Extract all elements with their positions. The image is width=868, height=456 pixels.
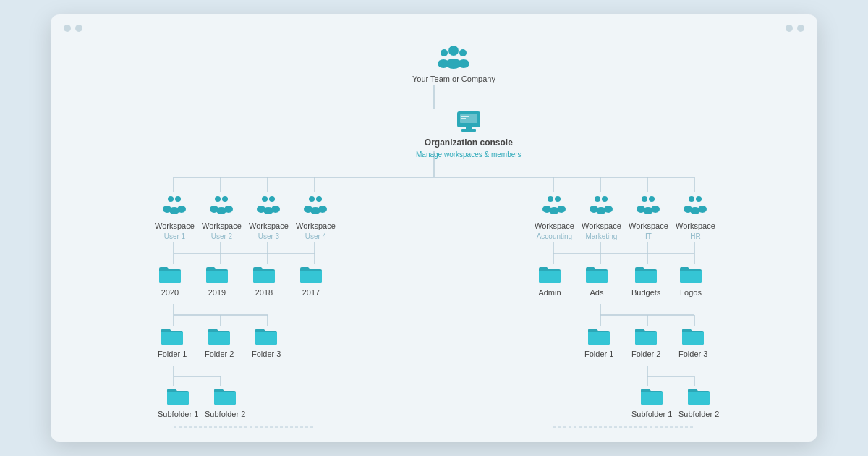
svg-point-87	[602, 196, 608, 202]
diagram: Your Team or Company Organization consol…	[51, 14, 817, 442]
folder-budgets-label: Budgets	[631, 287, 660, 297]
folder-icon-logos	[678, 264, 703, 284]
dot-1	[64, 25, 71, 32]
svg-point-70	[224, 206, 233, 213]
workspace-icon-2	[208, 192, 234, 218]
workspace-node-7[interactable]: WorkspaceIT	[629, 192, 668, 242]
dot-3	[786, 25, 793, 32]
folder-icon-2019	[205, 264, 229, 284]
subfolder-icon-left-2	[213, 386, 237, 406]
folder-2020[interactable]: 2020	[158, 264, 182, 297]
folder-left-3[interactable]: Folder 3	[252, 326, 281, 359]
folder-icon-left-1	[160, 326, 184, 346]
svg-point-71	[262, 196, 268, 202]
folder-icon-budgets	[634, 264, 658, 284]
workspace-node-1[interactable]: WorkspaceUser 1	[155, 192, 195, 242]
folder-left-2[interactable]: Folder 2	[205, 326, 234, 359]
folder-right-2[interactable]: Folder 2	[631, 326, 660, 359]
svg-point-80	[318, 206, 327, 213]
folder-icon-2018	[252, 264, 276, 284]
folder-left-2-label: Folder 2	[205, 349, 234, 359]
svg-point-67	[222, 196, 228, 202]
subfolder-left-1-label: Subfolder 1	[158, 409, 198, 419]
folder-2018[interactable]: 2018	[252, 264, 276, 297]
window-controls-left	[64, 25, 82, 32]
subfolder-left-1[interactable]: Subfolder 1	[158, 386, 198, 419]
folder-icon-right-2	[634, 326, 658, 346]
folder-admin[interactable]: Admin	[537, 264, 562, 297]
workspace-icon-7	[635, 192, 661, 218]
window-controls-right	[786, 25, 804, 32]
svg-point-92	[649, 196, 655, 202]
svg-point-66	[215, 196, 221, 202]
subfolder-left-2-label: Subfolder 2	[205, 409, 245, 419]
svg-rect-58	[466, 126, 472, 130]
svg-point-76	[309, 196, 315, 202]
folder-ads[interactable]: Ads	[584, 264, 609, 297]
console-sublabel[interactable]: Manage workspaces & members	[416, 151, 522, 159]
folder-right-3[interactable]: Folder 3	[678, 326, 707, 359]
workspace-node-3[interactable]: WorkspaceUser 3	[249, 192, 289, 242]
folder-2019-label: 2019	[208, 287, 226, 297]
workspace-node-6[interactable]: WorkspaceMarketing	[582, 192, 621, 242]
folder-right-1-label: Folder 1	[584, 349, 613, 359]
workspace-node-5[interactable]: WorkspaceAccounting	[535, 192, 574, 242]
console-label: Organization console	[425, 138, 513, 149]
folder-icon-admin	[537, 264, 562, 284]
folder-icon-right-3	[681, 326, 705, 346]
folder-left-1[interactable]: Folder 1	[158, 326, 187, 359]
ws3-label: WorkspaceUser 3	[249, 221, 289, 242]
folder-right-2-label: Folder 2	[631, 349, 660, 359]
svg-point-85	[557, 206, 566, 213]
dot-2	[75, 25, 82, 32]
subfolder-icon-right-1	[639, 386, 664, 406]
svg-point-77	[316, 196, 322, 202]
folder-2019[interactable]: 2019	[205, 264, 229, 297]
ws7-label: WorkspaceIT	[629, 221, 668, 242]
team-icon	[435, 43, 472, 71]
folder-ads-label: Ads	[590, 287, 604, 297]
folder-2018-label: 2018	[255, 287, 273, 297]
folder-2017-label: 2017	[302, 287, 320, 297]
ws5-label: WorkspaceAccounting	[535, 221, 574, 242]
subfolder-left-2[interactable]: Subfolder 2	[205, 386, 245, 419]
svg-point-96	[689, 196, 694, 202]
subfolder-right-1-label: Subfolder 1	[631, 409, 672, 419]
ws6-label: WorkspaceMarketing	[582, 221, 621, 242]
folder-icon-ads	[584, 264, 609, 284]
folder-icon-right-1	[587, 326, 611, 346]
ws4-label: WorkspaceUser 4	[296, 221, 336, 242]
svg-point-62	[175, 196, 181, 202]
folder-logos[interactable]: Logos	[678, 264, 703, 297]
folder-right-1[interactable]: Folder 1	[584, 326, 613, 359]
svg-point-49	[448, 46, 459, 56]
connector-lines	[94, 36, 774, 442]
console-icon	[454, 109, 483, 135]
svg-point-95	[651, 206, 660, 213]
dot-4	[797, 25, 804, 32]
app-window: Your Team or Company Organization consol…	[51, 14, 817, 442]
workspace-icon-1	[161, 192, 187, 218]
svg-point-51	[441, 49, 448, 56]
workspace-icon-5	[541, 192, 567, 218]
subfolder-right-2[interactable]: Subfolder 2	[678, 386, 719, 419]
team-label: Your Team or Company	[412, 74, 495, 84]
subfolder-right-1[interactable]: Subfolder 1	[631, 386, 672, 419]
folder-2017[interactable]: 2017	[299, 264, 323, 297]
workspace-node-2[interactable]: WorkspaceUser 2	[202, 192, 242, 242]
svg-point-61	[168, 196, 174, 202]
subfolder-icon-right-2	[686, 386, 711, 406]
workspace-node-4[interactable]: WorkspaceUser 4	[296, 192, 336, 242]
workspace-icon-3	[255, 192, 281, 218]
svg-point-81	[548, 196, 553, 202]
subfolder-right-2-label: Subfolder 2	[678, 409, 719, 419]
svg-point-100	[698, 206, 707, 213]
svg-point-54	[458, 59, 469, 68]
workspace-icon-6	[588, 192, 614, 218]
tree-container: Your Team or Company Organization consol…	[94, 36, 774, 442]
workspace-icon-8	[682, 192, 708, 218]
svg-point-53	[459, 49, 467, 56]
workspace-node-8[interactable]: WorkspaceHR	[676, 192, 715, 242]
svg-point-72	[269, 196, 275, 202]
folder-budgets[interactable]: Budgets	[631, 264, 660, 297]
